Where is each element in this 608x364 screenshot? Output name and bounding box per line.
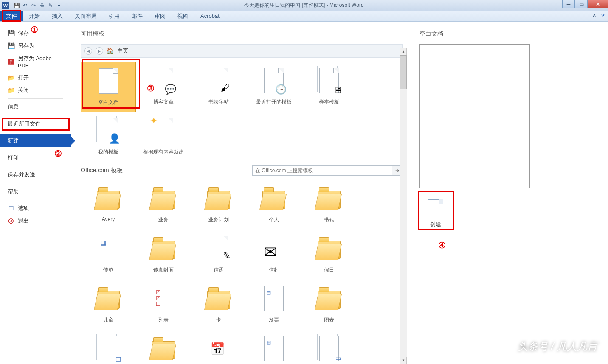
help-icon[interactable]: ? xyxy=(601,12,605,19)
label: 博客文章 xyxy=(153,98,174,106)
category-personal[interactable]: 个人 xyxy=(246,180,301,230)
label: 业务计划 xyxy=(208,216,229,224)
category-calendar[interactable]: 📅日历 xyxy=(191,330,246,364)
callout-4: ④ xyxy=(438,240,446,250)
ribbon-minimize-icon[interactable]: ᐱ xyxy=(593,13,596,19)
options-icon: ☐ xyxy=(8,205,14,212)
label: 书籍 xyxy=(324,216,334,224)
sidebar-saveas-pdf[interactable]: 🅿另存为 Adobe PDF xyxy=(0,52,71,71)
template-my-templates[interactable]: 👤 我的模板 xyxy=(81,112,136,162)
tab-layout[interactable]: 页面布局 xyxy=(69,11,103,21)
label: 空白文档 xyxy=(98,99,118,106)
preview-panel: 空白文档 创建 xyxy=(407,22,608,364)
template-calligraphy[interactable]: 🖌 书法字帖 xyxy=(191,62,246,112)
word-app-icon: W xyxy=(2,2,9,9)
scroll-down-icon[interactable]: ▼ xyxy=(400,357,407,364)
qat-redo-icon[interactable]: ↷ xyxy=(30,2,37,9)
sidebar-close[interactable]: 📁关闭 xyxy=(0,84,71,97)
office-com-section: Office.com 模板 ➔ xyxy=(81,165,403,176)
tab-home[interactable]: 开始 xyxy=(23,11,46,21)
open-icon: 📂 xyxy=(8,74,14,81)
tab-view[interactable]: 视图 xyxy=(172,11,194,21)
category-label[interactable]: ▭标签 xyxy=(301,330,357,364)
qat-save-icon[interactable]: 💾 xyxy=(13,2,20,9)
category-kids[interactable]: 儿童 xyxy=(81,280,136,330)
tab-references[interactable]: 引用 xyxy=(103,11,126,21)
tab-review[interactable]: 审阅 xyxy=(149,11,172,21)
category-booklet[interactable]: ▤小册子 xyxy=(81,330,136,364)
nav-forward-icon[interactable]: ► xyxy=(96,47,103,55)
callout-2: ② xyxy=(54,148,62,159)
label: 假日 xyxy=(324,266,334,274)
sidebar-info[interactable]: 信息 xyxy=(0,101,71,113)
category-envelope[interactable]: ✉信封 xyxy=(246,230,301,280)
category-card[interactable]: 卡 xyxy=(191,280,246,330)
qat-dropdown-icon[interactable]: ▾ xyxy=(55,2,63,9)
sidebar-exit[interactable]: ⮿退出 xyxy=(0,215,71,227)
maximize-button[interactable]: ▭ xyxy=(575,0,588,8)
callout-3: ③ xyxy=(147,83,155,93)
divider xyxy=(81,42,403,42)
category-list[interactable]: ☑☑☐列表 xyxy=(136,280,191,330)
template-blank-document[interactable]: 空白文档 xyxy=(81,62,136,112)
search-input[interactable] xyxy=(252,165,392,176)
template-nav-bar: ◄ ► 🏠 主页 xyxy=(81,44,403,58)
category-business[interactable]: 业务 xyxy=(136,180,191,230)
category-flyer[interactable]: ▦传单 xyxy=(81,230,136,280)
label: 新建 xyxy=(8,137,19,145)
template-from-existing[interactable]: ✦ 根据现有内容新建 xyxy=(136,112,191,162)
tab-mailings[interactable]: 邮件 xyxy=(126,11,149,21)
nav-home-label[interactable]: 主页 xyxy=(117,47,128,55)
nav-back-icon[interactable]: ◄ xyxy=(84,47,92,55)
close-button[interactable]: ✕ xyxy=(588,0,608,8)
category-fax-cover[interactable]: 传真封面 xyxy=(136,230,191,280)
category-invoice[interactable]: ▤发票 xyxy=(246,280,301,330)
template-recent[interactable]: 🕒 最近打开的模板 xyxy=(246,62,301,112)
sidebar-options[interactable]: ☐选项 xyxy=(0,202,71,215)
preview-title: 空白文档 xyxy=(419,30,595,38)
tab-acrobat[interactable]: Acrobat xyxy=(194,11,225,21)
template-blog-post[interactable]: 💬 博客文章 xyxy=(136,62,191,112)
label: 我的模板 xyxy=(98,148,118,156)
category-letter[interactable]: ✎信函 xyxy=(191,230,246,280)
sidebar-new[interactable]: 新建 xyxy=(0,134,71,147)
templates-scrollbar[interactable]: ▲ ▼ xyxy=(400,48,407,364)
label: 列表 xyxy=(158,316,169,324)
label: 根据现有内容新建 xyxy=(143,148,184,156)
scroll-up-icon[interactable]: ▲ xyxy=(400,48,407,55)
scroll-thumb[interactable] xyxy=(400,55,407,89)
quick-access-toolbar: 💾 ↶ ↷ 🖶 ✎ ▾ xyxy=(13,2,63,9)
category-avery[interactable]: Avery xyxy=(81,180,136,230)
label: 信函 xyxy=(214,266,224,274)
template-row-1: 空白文档 💬 博客文章 🖌 书法字帖 🕒 最近打开的模板 🖥 样本模板 xyxy=(81,62,403,112)
qat-icon[interactable]: 🖶 xyxy=(38,2,46,9)
sidebar-help[interactable]: 帮助 xyxy=(0,185,71,198)
sidebar-open[interactable]: 📂打开 xyxy=(0,71,71,84)
window-title: 今天是你的生日我的中国 [兼容模式] - Microsoft Word xyxy=(244,2,363,9)
label: 另存为 Adobe PDF xyxy=(18,55,63,69)
category-business-plan[interactable]: 业务计划 xyxy=(191,180,246,230)
create-button[interactable]: 创建 xyxy=(419,197,452,231)
tab-insert[interactable]: 插入 xyxy=(46,11,69,21)
sidebar-saveas[interactable]: 💾另存为 xyxy=(0,39,71,52)
sidebar-recent[interactable]: 最近所用文件 xyxy=(0,118,71,130)
category-education[interactable]: 教育 xyxy=(136,330,191,364)
template-sample[interactable]: 🖥 样本模板 xyxy=(301,62,357,112)
category-books[interactable]: 书籍 xyxy=(301,180,357,230)
window-controls: ─ ▭ ✕ xyxy=(562,0,608,8)
close-icon: 📁 xyxy=(8,87,14,94)
category-chart[interactable]: 图表 xyxy=(301,280,357,330)
label: 关闭 xyxy=(18,87,29,94)
category-holiday[interactable]: 假日 xyxy=(301,230,357,280)
qat-icon[interactable]: ✎ xyxy=(47,2,54,9)
preview-thumbnail xyxy=(419,44,530,188)
minimize-button[interactable]: ─ xyxy=(562,0,575,8)
qat-undo-icon[interactable]: ↶ xyxy=(21,2,29,9)
home-icon[interactable]: 🏠 xyxy=(107,48,114,54)
label: 图表 xyxy=(324,316,334,324)
sidebar-save-send[interactable]: 保存并发送 xyxy=(0,168,71,181)
tab-file[interactable]: 文件 xyxy=(0,11,23,21)
create-label: 创建 xyxy=(430,221,441,228)
label: 书法字帖 xyxy=(208,98,229,106)
category-schedule[interactable]: ▦日程表 xyxy=(246,330,301,364)
